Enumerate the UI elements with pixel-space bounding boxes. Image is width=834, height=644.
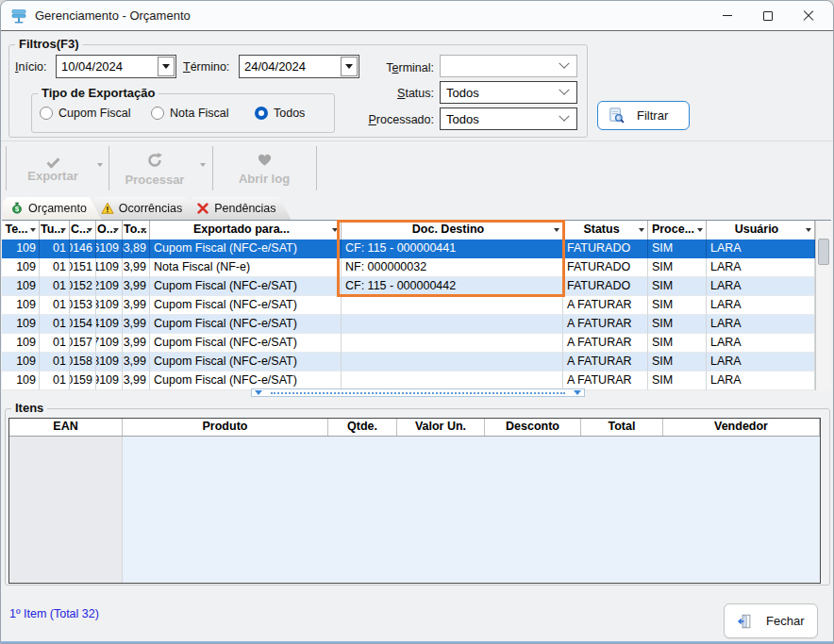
chevron-down-icon <box>559 111 569 122</box>
termino-date-combo[interactable]: 24/04/2024 <box>239 55 359 78</box>
tab-orcamento[interactable]: $ Orçamento <box>3 197 102 220</box>
exportar-dropdown-icon[interactable] <box>97 163 103 167</box>
grid-cell: 109 <box>2 239 40 258</box>
abrir-log-button[interactable]: Abrir log <box>217 145 311 192</box>
fechar-button[interactable]: Fechar <box>724 603 818 638</box>
grid-row[interactable]: 109010015858109$ 3,99Cupom Fiscal (NFC-e… <box>2 353 831 372</box>
grid-cell: SIM <box>648 372 707 390</box>
grid-row[interactable]: 109010015151109$ 3,99Nota Fiscal (NF-e)N… <box>2 258 831 277</box>
filter-dropdown-icon[interactable] <box>87 228 92 232</box>
grid-col-header[interactable]: O... <box>96 221 123 239</box>
grid-body: 109010014646109$ 253,89Cupom Fiscal (NFC… <box>2 239 831 390</box>
toolbar: Exportar Processar Abrir log <box>1 142 833 195</box>
grid-col-header[interactable]: Doc. Destino <box>342 221 563 239</box>
vertical-scrollbar[interactable] <box>815 221 831 390</box>
orcamento-grid: Te...Tu...C...O...To...Exportado para...… <box>2 220 831 389</box>
inicio-date-combo[interactable]: 10/04/2024 <box>56 55 176 78</box>
grid-row[interactable]: 109010015353109$ 3,99Cupom Fiscal (NFC-e… <box>2 296 831 315</box>
status-label: Status: <box>359 87 434 100</box>
filter-dropdown-icon[interactable] <box>141 228 146 232</box>
grid-row[interactable]: 109010015959109$ 3,99Cupom Fiscal (NFC-e… <box>2 372 831 390</box>
grid-row[interactable]: 109010015252109$ 3,99Cupom Fiscal (NFC-e… <box>2 277 831 296</box>
filtrar-button[interactable]: Filtrar <box>597 101 690 130</box>
tab-ocorrencias[interactable]: Ocorrências <box>93 197 197 220</box>
grid-cell: 00152 <box>70 277 96 296</box>
inicio-label: Início: <box>15 60 46 74</box>
filter-dropdown-icon[interactable] <box>697 228 703 232</box>
itens-col-header[interactable]: Desconto <box>485 419 581 436</box>
itens-col-header[interactable]: EAN <box>9 419 123 436</box>
filter-dropdown-icon[interactable] <box>60 228 66 232</box>
filter-dropdown-icon[interactable] <box>806 228 811 232</box>
grid-cell: 01 <box>40 372 70 390</box>
tab-pendencias[interactable]: Pendências <box>189 197 291 220</box>
grid-cell: Cupom Fiscal (NFC-e/SAT) <box>150 334 342 353</box>
processar-dropdown-icon[interactable] <box>200 163 206 167</box>
grid-col-header[interactable]: To... <box>123 221 150 239</box>
exportar-button[interactable]: Exportar <box>10 145 95 192</box>
grid-row[interactable]: 109010014646109$ 253,89Cupom Fiscal (NFC… <box>2 239 831 258</box>
filter-dropdown-icon[interactable] <box>332 228 338 232</box>
itens-col-header[interactable]: Total <box>581 419 663 436</box>
radio-nota-fiscal[interactable]: Nota Fiscal <box>151 107 229 120</box>
grid-cell: 01 <box>40 277 70 296</box>
grid-col-header[interactable]: Proce... <box>648 221 707 239</box>
termino-value: 24/04/2024 <box>240 56 340 77</box>
grid-cell: Cupom Fiscal (NFC-e/SAT) <box>150 315 342 334</box>
processar-label: Processar <box>125 173 185 187</box>
check-icon <box>46 155 59 168</box>
scrollbar-thumb[interactable] <box>818 239 829 265</box>
grid-cell: Cupom Fiscal (NFC-e/SAT) <box>150 277 342 296</box>
grid-cell: 59109 <box>96 372 123 390</box>
grid-cell: Cupom Fiscal (NFC-e/SAT) <box>150 353 342 372</box>
fechar-label: Fechar <box>766 614 804 628</box>
inicio-dropdown-icon[interactable] <box>158 57 175 76</box>
termino-dropdown-icon[interactable] <box>341 57 358 76</box>
horizontal-splitter[interactable] <box>251 388 585 397</box>
itens-col-header[interactable]: Produto <box>123 419 328 436</box>
radio-todos[interactable]: Todos <box>255 107 305 120</box>
minimize-button[interactable] <box>709 1 746 30</box>
grid-col-header[interactable]: Status <box>563 221 648 239</box>
close-button[interactable] <box>790 1 827 30</box>
processado-combo[interactable]: Todos <box>440 107 577 130</box>
filter-dropdown-icon[interactable] <box>554 228 559 232</box>
itens-label: Itens <box>11 401 47 415</box>
filter-dropdown-icon[interactable] <box>639 228 644 232</box>
grid-col-header[interactable]: Te... <box>2 221 40 239</box>
filter-dropdown-icon[interactable] <box>30 228 36 232</box>
itens-grid: EANProdutoQtde.Valor Un.DescontoTotalVen… <box>8 418 821 584</box>
grid-cell: 00159 <box>70 372 96 390</box>
grid-cell: 109 <box>2 277 40 296</box>
grid-cell: 00151 <box>70 258 96 277</box>
grid-col-header[interactable]: Exportado para... <box>150 221 342 239</box>
grid-col-header[interactable]: Tu... <box>40 221 70 239</box>
filter-dropdown-icon[interactable] <box>113 228 119 232</box>
collapse-arrow-icon <box>255 390 262 395</box>
maximize-button[interactable] <box>749 1 787 30</box>
itens-col-header[interactable]: Qtde. <box>328 419 397 436</box>
radio-cupom-fiscal[interactable]: Cupom Fiscal <box>40 107 130 120</box>
terminal-combo[interactable] <box>440 55 577 77</box>
grid-cell: LARA <box>707 315 815 334</box>
grid-cell: 109 <box>2 258 40 277</box>
grid-cell: 52109 <box>96 277 123 296</box>
refresh-icon <box>146 152 163 169</box>
splitter-grip <box>271 392 565 394</box>
processar-button[interactable]: Processar <box>113 145 196 192</box>
window-title: Gerenciamento - Orçamento <box>35 8 191 23</box>
itens-col-header[interactable]: Valor Un. <box>397 419 485 436</box>
grid-col-header[interactable]: Usuário <box>707 221 815 239</box>
grid-cell: NF: 000000032 <box>342 258 563 277</box>
grid-row[interactable]: 109010015454109$ 3,99Cupom Fiscal (NFC-e… <box>2 315 831 334</box>
itens-col-header[interactable]: Vendedor <box>663 419 820 436</box>
grid-cell: Cupom Fiscal (NFC-e/SAT) <box>150 372 342 390</box>
grid-row[interactable]: 109010015757109$ 3,99Cupom Fiscal (NFC-e… <box>2 334 831 353</box>
grid-col-header[interactable]: C... <box>70 221 96 239</box>
grid-cell: $ 3,99 <box>123 334 150 353</box>
exportar-label: Exportar <box>27 169 77 183</box>
filtros-label: Filtros(F3) <box>15 37 83 51</box>
grid-cell <box>342 315 563 334</box>
radio-checked-icon <box>255 107 268 120</box>
status-combo[interactable]: Todos <box>440 81 577 104</box>
